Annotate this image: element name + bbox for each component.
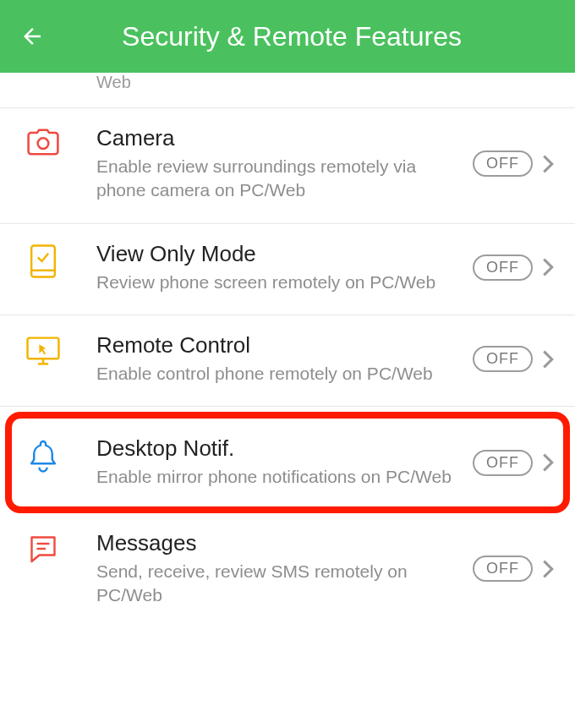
toggle-off-pill[interactable]: OFF	[473, 255, 533, 281]
item-desc: Enable review surroundings remotely via …	[96, 155, 466, 203]
chevron-right-icon	[541, 557, 555, 581]
toggle-off-pill[interactable]: OFF	[473, 556, 533, 582]
toggle-off-pill[interactable]: OFF	[473, 151, 533, 177]
setting-item-camera[interactable]: Camera Enable review surroundings remote…	[0, 108, 575, 224]
monitor-cursor-icon	[20, 332, 66, 366]
partial-item-desc: Web	[0, 73, 575, 108]
arrow-left-icon	[19, 24, 45, 49]
message-icon	[20, 530, 66, 564]
chevron-right-icon	[541, 451, 555, 474]
item-desc: Enable mirror phone notifications on PC/…	[96, 465, 466, 489]
item-title: View Only Mode	[96, 241, 466, 267]
chevron-right-icon	[541, 348, 555, 371]
toggle-off-pill[interactable]: OFF	[473, 346, 533, 372]
setting-item-remote-control[interactable]: Remote Control Enable control phone remo…	[0, 315, 575, 407]
item-desc: Enable control phone remotely on PC/Web	[96, 362, 466, 386]
camera-icon	[20, 125, 66, 156]
settings-list: Web Camera Enable review surroundings re…	[0, 73, 575, 627]
tablet-check-icon	[20, 241, 66, 278]
item-title: Messages	[96, 530, 466, 556]
app-header: Security & Remote Features	[0, 0, 575, 73]
chevron-right-icon	[541, 255, 555, 279]
svg-point-0	[38, 138, 49, 149]
item-desc: Send, receive, review SMS remotely on PC…	[96, 560, 466, 608]
chevron-right-icon	[541, 152, 555, 176]
back-button[interactable]	[15, 19, 49, 53]
toggle-off-pill[interactable]: OFF	[473, 450, 533, 476]
setting-item-desktop-notif[interactable]: Desktop Notif. Enable mirror phone notif…	[5, 412, 570, 512]
setting-item-messages[interactable]: Messages Send, receive, review SMS remot…	[0, 513, 575, 628]
item-title: Remote Control	[96, 332, 466, 359]
page-title: Security & Remote Features	[66, 21, 518, 52]
setting-item-view-only-mode[interactable]: View Only Mode Review phone screen remot…	[0, 224, 575, 315]
item-desc: Review phone screen remotely on PC/Web	[96, 271, 466, 294]
item-title: Camera	[96, 125, 466, 151]
bell-icon	[20, 435, 66, 473]
item-title: Desktop Notif.	[96, 435, 466, 462]
